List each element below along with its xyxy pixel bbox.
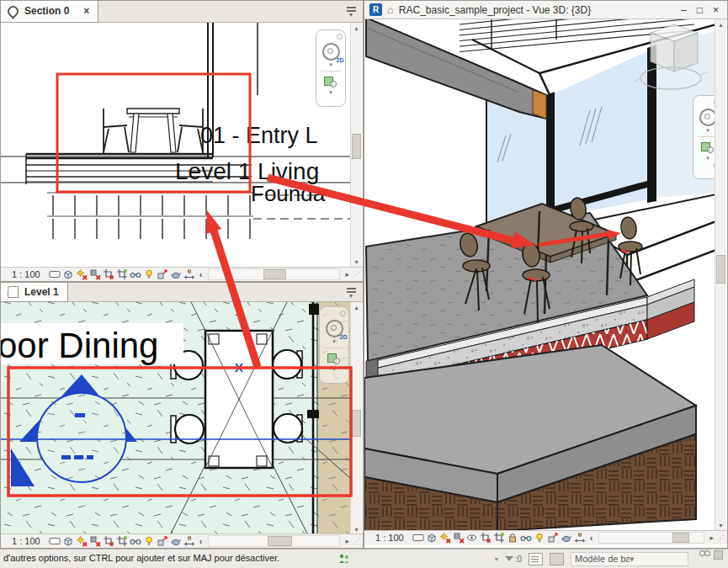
close-button[interactable]: ×	[713, 4, 719, 16]
crop-view-icon[interactable]	[103, 268, 114, 280]
zoom-icon[interactable]	[324, 76, 337, 88]
visual-style-icon[interactable]	[62, 535, 74, 547]
scroll-up-icon[interactable]: ▴	[715, 21, 726, 29]
zoom-dropdown-caret-icon[interactable]: ▾	[706, 156, 709, 161]
reveal-hidden-icon[interactable]	[534, 532, 545, 544]
tab-section-0[interactable]: Section 0 ×	[1, 1, 98, 23]
scrollbar-thumb[interactable]	[263, 269, 286, 279]
plan-view-canvas[interactable]: oor Dining	[1, 302, 351, 535]
scroll-right-icon[interactable]: ▸	[343, 270, 351, 279]
temporary-view-properties-icon[interactable]	[466, 532, 478, 544]
wheel-dropdown-caret-icon[interactable]: ▾	[332, 339, 336, 344]
view3d-horizontal-scrollbar[interactable]	[598, 532, 704, 544]
displaced-elements-icon[interactable]	[157, 535, 168, 547]
render-icon[interactable]	[561, 532, 572, 544]
zoom-dropdown-caret-icon[interactable]: ▾	[329, 90, 332, 95]
hide-isolate-icon[interactable]	[130, 268, 141, 280]
tab-level-1[interactable]: Level 1	[1, 283, 68, 302]
maximize-button[interactable]: □	[697, 4, 703, 16]
design-option-dropdown[interactable]: Modèle de base ▾	[571, 552, 688, 566]
reveal-hidden-icon[interactable]	[143, 535, 155, 547]
view3d-titlebar[interactable]: R ⌂ RAC_basic_sample_project - Vue 3D: {…	[364, 1, 727, 19]
shadows-off-icon[interactable]	[453, 532, 465, 544]
sun-path-off-icon[interactable]	[76, 535, 88, 547]
scrollbar-thumb[interactable]	[716, 255, 725, 284]
view-tabs-menu-icon[interactable]	[346, 288, 356, 297]
collapse-vcb-icon[interactable]	[197, 536, 205, 546]
plan-vertical-scrollbar[interactable]: ▴ ▾	[350, 302, 362, 535]
scrollbar-thumb[interactable]	[352, 134, 361, 159]
plan-view-icon	[8, 286, 19, 298]
scale-button[interactable]: 1 : 100	[3, 536, 47, 546]
tab-close-button[interactable]: ×	[83, 6, 89, 16]
crop-view-icon[interactable]	[103, 535, 114, 547]
displaced-elements-icon[interactable]	[157, 268, 168, 280]
show-crop-region-icon[interactable]	[493, 532, 505, 544]
scroll-down-icon[interactable]: ▾	[715, 522, 726, 529]
sun-path-off-icon[interactable]	[439, 532, 451, 544]
status-bar: d'autres options, sur CTRL pour ajouter …	[0, 549, 728, 568]
section-vertical-scrollbar[interactable]: ▴ ▾	[350, 23, 362, 268]
reveal-hidden-icon[interactable]	[143, 268, 155, 280]
zoom-icon[interactable]	[701, 141, 715, 154]
wheel-dropdown-caret-icon[interactable]: ▾	[706, 128, 709, 133]
lock-3d-view-icon[interactable]	[507, 532, 518, 544]
wheel-dropdown-caret-icon[interactable]: ▾	[329, 62, 332, 67]
navbar-options-dot-icon[interactable]	[340, 311, 346, 316]
view3d-vertical-scrollbar[interactable]: ▴ ▾	[715, 19, 726, 531]
crop-view-icon[interactable]	[480, 532, 492, 544]
visual-style-icon[interactable]	[62, 268, 74, 280]
worksharing-icon[interactable]	[338, 554, 350, 564]
scroll-up-icon[interactable]: ▴	[351, 24, 362, 32]
editable-only-icon[interactable]	[714, 550, 723, 560]
view3d-canvas[interactable]	[364, 19, 716, 531]
render-icon[interactable]	[170, 535, 182, 547]
revit-app-icon: R	[369, 3, 382, 16]
navigation-bar[interactable]: 2D ▾ ▾	[316, 29, 346, 107]
steering-wheel-2d-icon[interactable]: 2D	[326, 320, 343, 337]
measure-icon[interactable]	[183, 535, 195, 547]
show-crop-region-icon[interactable]	[116, 535, 128, 547]
design-options-dialog-icon[interactable]	[529, 553, 543, 565]
shadows-off-icon[interactable]	[89, 268, 101, 280]
scale-button[interactable]: 1 : 100	[3, 269, 47, 279]
measure-icon[interactable]	[183, 268, 195, 280]
measure-icon[interactable]	[574, 532, 586, 544]
section-horizontal-scrollbar[interactable]	[208, 268, 340, 280]
sun-path-off-icon[interactable]	[76, 268, 88, 280]
exclude-options-glasses-icon[interactable]	[695, 550, 710, 555]
displaced-elements-icon[interactable]	[547, 532, 559, 544]
minimize-button[interactable]: –	[681, 4, 687, 16]
scroll-down-icon[interactable]: ▾	[351, 526, 362, 533]
detail-level-icon[interactable]	[49, 535, 61, 547]
workset-dropdown-caret-icon[interactable]: ▾	[495, 555, 498, 563]
section-view-canvas[interactable]: 01 - Entry L Level 1 Living Founda	[1, 23, 351, 268]
steering-wheel-2d-icon[interactable]: 2D	[322, 43, 340, 61]
hide-isolate-icon[interactable]	[130, 535, 141, 547]
scroll-up-icon[interactable]: ▴	[351, 304, 362, 311]
active-option-icon[interactable]	[550, 553, 564, 565]
scroll-down-icon[interactable]: ▾	[351, 258, 362, 266]
zoom-dropdown-caret-icon[interactable]: ▾	[332, 367, 336, 372]
detail-level-icon[interactable]	[412, 532, 424, 544]
scroll-right-icon[interactable]: ▸	[343, 537, 351, 545]
plan-horizontal-scrollbar[interactable]	[208, 535, 340, 547]
render-icon[interactable]	[170, 268, 182, 280]
scrollbar-thumb[interactable]	[268, 536, 291, 546]
navigation-bar[interactable]: 2D ▾ ▾	[319, 306, 349, 384]
scrollbar-thumb[interactable]	[672, 533, 688, 543]
navbar-options-dot-icon[interactable]	[337, 34, 343, 40]
view-tabs-menu-icon[interactable]	[346, 7, 356, 16]
hide-isolate-icon[interactable]	[520, 532, 532, 544]
detail-level-icon[interactable]	[49, 268, 61, 280]
collapse-vcb-icon[interactable]	[197, 269, 205, 279]
scroll-right-icon[interactable]: ▸	[708, 533, 715, 542]
shadows-off-icon[interactable]	[89, 535, 101, 547]
visual-style-icon[interactable]	[426, 532, 438, 544]
show-crop-region-icon[interactable]	[116, 268, 128, 280]
selection-filter[interactable]: :0	[505, 555, 522, 564]
scale-button[interactable]: 1 : 100	[367, 533, 411, 543]
zoom-icon[interactable]	[327, 353, 341, 365]
collapse-vcb-icon[interactable]	[587, 533, 596, 543]
scrollbar-thumb[interactable]	[352, 410, 361, 437]
